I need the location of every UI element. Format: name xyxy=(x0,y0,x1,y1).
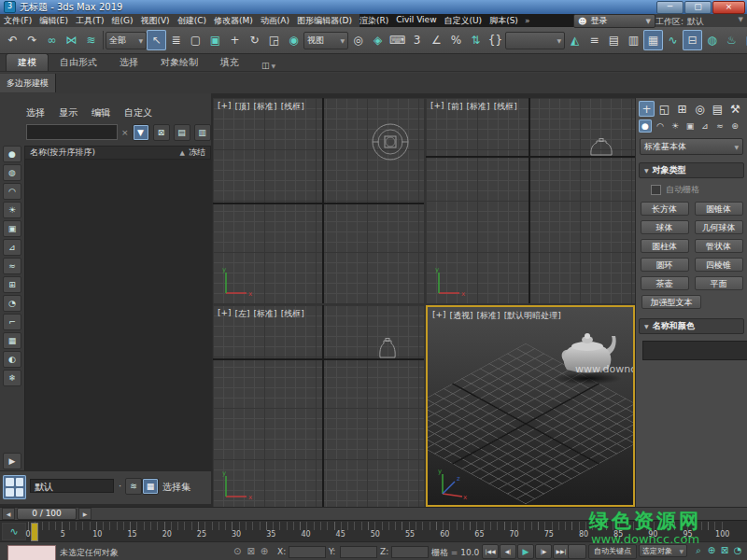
name-color-rollout[interactable]: ▼ 名称和颜色 xyxy=(639,318,744,334)
menu-item[interactable]: 动画(A) xyxy=(257,14,293,28)
set-key-button[interactable] xyxy=(568,544,586,559)
workspace-quad-button[interactable] xyxy=(3,475,26,499)
primitive-button[interactable]: 圆锥体 xyxy=(695,202,743,216)
maxscript-mini-listener[interactable] xyxy=(7,545,56,560)
ribbon-tab[interactable]: 建模 xyxy=(6,53,49,71)
display-shapes-icon[interactable]: ◠ xyxy=(3,183,21,200)
primitives-dropdown[interactable]: 标准基本体 ▼ xyxy=(640,138,743,155)
rectangular-selection-icon[interactable]: ▢ xyxy=(186,30,205,50)
display-groups-icon[interactable]: ⊞ xyxy=(3,276,21,293)
viewport-label-segment[interactable]: [+] xyxy=(430,101,444,113)
display-lights-icon[interactable]: ☀ xyxy=(3,202,21,218)
clear-search-icon[interactable]: × xyxy=(121,128,129,137)
viewport-label-segment[interactable]: [顶] xyxy=(235,101,250,113)
display-materials-icon[interactable]: ◐ xyxy=(3,351,21,368)
spinner-snap-icon[interactable]: ⇅ xyxy=(466,30,486,50)
viewport-left[interactable]: [+][左][标准][线框] x y xyxy=(213,305,424,507)
menu-item[interactable]: 脚本(S) xyxy=(486,14,522,28)
explorer-menu-item[interactable]: 自定义 xyxy=(124,106,152,119)
select-rotate-icon[interactable]: ↻ xyxy=(245,30,264,50)
primitive-button[interactable]: 管状体 xyxy=(695,239,743,253)
display-cameras-icon[interactable]: ▣ xyxy=(3,220,21,237)
cameras-category-icon[interactable]: ▣ xyxy=(684,119,697,133)
lights-category-icon[interactable]: ☀ xyxy=(669,119,682,133)
zoom-extents-icon[interactable]: ⊠ xyxy=(719,544,730,557)
maximize-button[interactable]: ▢ xyxy=(684,1,712,14)
primitive-button[interactable]: 四棱锥 xyxy=(695,258,743,272)
select-link-icon[interactable]: ∞ xyxy=(42,30,62,50)
geometry-category-icon[interactable]: ● xyxy=(639,119,652,133)
viewport-top[interactable]: [+][顶][标准][线框] x y xyxy=(213,98,424,303)
primitive-button[interactable]: 球体 xyxy=(641,220,689,234)
primitive-button[interactable]: 圆环 xyxy=(641,258,689,272)
expand-arrow-icon[interactable]: ▶ xyxy=(3,453,21,469)
display-containers-icon[interactable]: ▦ xyxy=(3,332,21,349)
menu-item[interactable]: 图形编辑器(D) xyxy=(293,14,356,28)
time-slider-handle[interactable]: 0 / 100 xyxy=(17,508,77,520)
play-icon[interactable]: ▶ xyxy=(517,544,534,559)
explorer-search-input[interactable] xyxy=(26,124,118,140)
ribbon-tab[interactable]: 选择 xyxy=(108,54,149,71)
current-frame-marker[interactable] xyxy=(31,523,38,541)
sign-in-button[interactable]: ☻ 登录 ▼ xyxy=(573,14,655,28)
viewport-label-segment[interactable]: [线框] xyxy=(281,308,304,320)
bind-to-spacewarp-icon[interactable]: ≋ xyxy=(81,30,101,50)
viewport-label-segment[interactable]: [标准] xyxy=(254,101,277,113)
select-by-name-icon[interactable]: ≣ xyxy=(166,30,186,50)
layer-list-icon[interactable]: ▥ xyxy=(624,30,643,50)
viewport-label-segment[interactable]: [+] xyxy=(218,308,232,320)
viewport-front[interactable]: [+][前][标准][线框] x y xyxy=(426,98,635,303)
track-bar[interactable]: ∿ 05101520253035404550556065707580859095… xyxy=(0,520,747,541)
primitive-button[interactable]: 圆柱体 xyxy=(641,239,689,253)
menu-item[interactable]: 编辑(E) xyxy=(35,14,72,28)
orbit-icon[interactable]: ◔ xyxy=(732,544,743,557)
select-place-icon[interactable]: ◉ xyxy=(284,30,303,50)
unlink-icon[interactable]: ⋈ xyxy=(62,30,81,50)
systems-category-icon[interactable]: ⊛ xyxy=(728,119,741,133)
lock-icon[interactable]: ⊠ xyxy=(153,124,170,141)
display-helpers-icon[interactable]: ⊿ xyxy=(3,239,21,256)
menu-item[interactable]: Civil View xyxy=(392,14,440,28)
material-editor-icon[interactable]: ◍ xyxy=(702,30,722,50)
primitive-button[interactable]: 长方体 xyxy=(641,202,689,216)
filter-funnel-icon[interactable]: ▼ xyxy=(133,124,149,141)
zoom-icon[interactable]: ⌕ xyxy=(693,544,704,557)
x-coord-field[interactable] xyxy=(289,546,326,558)
shapes-category-icon[interactable]: ◠ xyxy=(654,119,667,133)
hierarchy-tab-icon[interactable]: ⊞ xyxy=(674,101,690,117)
primitive-button[interactable]: 平面 xyxy=(695,276,743,290)
spacewarps-category-icon[interactable]: ≈ xyxy=(713,119,726,133)
explorer-menu-item[interactable]: 编辑 xyxy=(92,106,110,119)
ribbon-config-dropdown[interactable]: ◫ ▼ xyxy=(258,60,279,71)
menu-overflow-chevron[interactable]: » xyxy=(522,16,533,25)
z-coord-field[interactable] xyxy=(391,546,429,558)
next-frame-icon[interactable]: |▶ xyxy=(535,544,552,559)
redo-icon[interactable]: ↷ xyxy=(22,30,42,50)
align-icon[interactable]: ≡ xyxy=(585,30,604,50)
explorer-menu-item[interactable]: 显示 xyxy=(59,106,78,119)
minimize-button[interactable]: ─ xyxy=(656,1,684,14)
helpers-category-icon[interactable]: ⊿ xyxy=(698,119,712,133)
primitive-button[interactable]: 茶壶 xyxy=(641,276,689,290)
absolute-offset-icon[interactable]: ⊕ xyxy=(261,546,268,556)
menu-item[interactable]: 工具(T) xyxy=(72,14,108,28)
selection-filter-dropdown[interactable]: 全部 ▼ xyxy=(106,32,147,49)
edit-named-sets-icon[interactable]: {} xyxy=(486,30,505,50)
menu-item[interactable]: 修改器(M) xyxy=(210,14,257,28)
workspace-selector[interactable]: 工作区: 默认 ▼ xyxy=(655,16,743,28)
y-coord-field[interactable] xyxy=(340,546,377,558)
auto-key-button[interactable]: 自动关键点 xyxy=(588,544,637,559)
primitive-button[interactable]: 加强型文本 xyxy=(641,295,701,309)
ribbon-tab[interactable]: 填充 xyxy=(209,54,250,71)
select-manipulate-icon[interactable]: ◈ xyxy=(368,30,388,50)
utilities-tab-icon[interactable]: ⚒ xyxy=(727,101,743,117)
create-tab-icon[interactable]: + xyxy=(639,101,655,117)
display-bones-icon[interactable]: ⌐ xyxy=(3,314,21,330)
primitive-button[interactable]: 几何球体 xyxy=(695,220,743,234)
named-selection-sets-dropdown[interactable]: ▼ xyxy=(505,32,565,49)
menu-item[interactable]: 自定义(U) xyxy=(441,14,486,28)
display-tab-icon[interactable]: ▤ xyxy=(710,101,726,117)
motion-tab-icon[interactable]: ◎ xyxy=(692,101,708,117)
menu-item[interactable]: 组(G) xyxy=(107,14,136,28)
ribbon-toggle-icon[interactable]: ▦ xyxy=(643,30,663,50)
